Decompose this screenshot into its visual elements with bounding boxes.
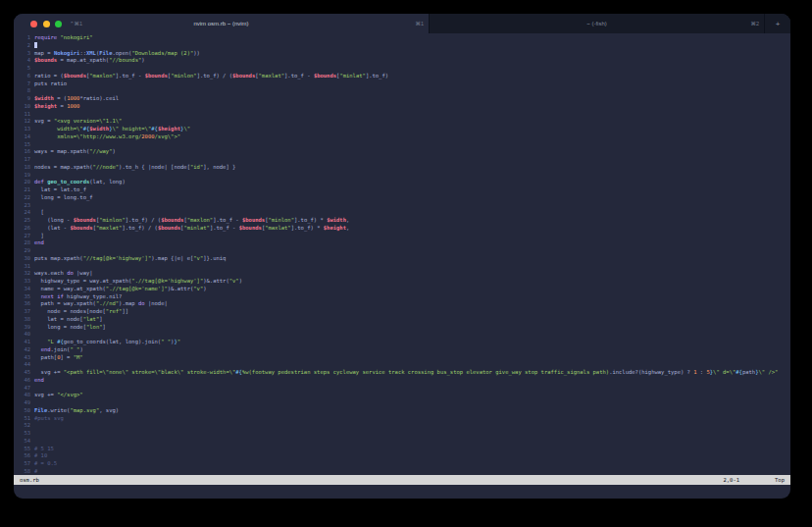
code-line[interactable]: 9$width = (1000*ratio).ceil [14,95,790,103]
code-line[interactable]: 28end [14,239,790,247]
code-line[interactable]: 22 long = long.to_f [14,194,790,202]
code-line[interactable]: 15 [14,141,790,149]
code-line[interactable]: 50File.write("map.svg", svg) [14,407,790,415]
code-token: ].to_f) / ( [126,217,161,223]
code-line[interactable]: 24 [ [14,209,790,217]
line-number: 4 [18,57,30,65]
code-token: do [138,300,145,306]
code-line[interactable]: 38 lat = node["lat"] [14,316,790,324]
code-line[interactable]: 48svg += "</svg>" [14,392,790,399]
code-token: svg += [34,369,64,375]
code-token: ] [103,324,106,330]
code-line[interactable]: 26 (lat - $bounds["maxlat"].to_f) / ($bo… [14,225,790,233]
code-token: $height [158,126,180,132]
code-line[interactable]: 20def geo_to_coords(lat, long) [14,179,790,186]
code-line[interactable]: 23 [14,202,790,210]
code-line[interactable]: 33 highway_type = way.at_xpath(".//tag[@… [14,278,790,286]
code-token: = ( [54,95,67,101]
statusline-ruler: 2,0-1 [724,477,740,483]
code-line[interactable]: 31 [14,263,790,271]
code-line[interactable]: 17 [14,156,790,164]
code-line[interactable]: 16ways = map.xpath("//way") [14,148,790,156]
code-line[interactable]: 25 (long - $bounds["minlon"].to_f) / ($b… [14,217,790,225]
tab-nvim[interactable]: ⌃⌘1 nvim osm.rb ~ (nvim) ⌘1 [14,14,429,33]
code-line[interactable]: 10$height = 1000 [14,103,790,111]
code-token: $bounds [314,73,336,79]
code-line[interactable]: 32ways.each do |way| [14,270,790,278]
code-line[interactable]: 52 [14,422,790,430]
code-token: path = way.xpath( [34,300,96,306]
code-line[interactable]: 35 next if highway_type.nil? [14,293,790,301]
code-token: "minlat" [339,73,366,79]
code-line[interactable]: 45 svg += "<path fill=\"none\" stroke=\"… [14,369,790,377]
code-token: ".//nd" [96,300,119,306]
code-token: $height [324,225,346,231]
code-line[interactable]: 12svg = "<svg version=\"1.1\" [14,118,790,126]
code-line[interactable]: 34 name = way.at_xpath(".//tag[@k='name'… [14,286,790,293]
line-number: 29 [18,247,30,255]
code-line[interactable]: 2 [14,42,790,50]
code-token: "v" [229,278,239,284]
line-number: 33 [18,278,30,286]
code-line[interactable]: 53 [14,430,790,438]
code-line[interactable]: 49 [14,399,790,407]
code-line[interactable]: 51#puts svg [14,415,790,423]
code-token: )) [193,50,200,56]
code-line[interactable]: 27 ] [14,233,790,240]
close-button[interactable] [30,21,37,27]
code-token: = map.at_xpath( [57,57,109,63]
code-line[interactable]: 6ratio = ($bounds["maxlon"].to_f - $boun… [14,73,790,80]
code-line[interactable]: 4$bounds = map.at_xpath("//bounds") [14,57,790,65]
code-line[interactable]: 43 path[0] = "M" [14,354,790,362]
code-token: .join( [51,346,71,352]
code-token: ] [34,233,44,238]
new-tab-button[interactable]: + [765,14,790,33]
code-line[interactable]: 57# = 0.5 [14,460,790,468]
code-token: /svg\">" [155,133,181,139]
code-line[interactable]: 5 [14,65,790,73]
code-line[interactable]: 21 lat = lat.to_f [14,186,790,194]
code-token: (lat - [34,225,70,231]
code-line[interactable]: 42 end.join(" ") [14,346,790,354]
code-line[interactable]: 36 path = way.xpath(".//nd").map do |nod… [14,300,790,308]
code-token: [ [34,209,44,215]
line-number: 3 [18,50,30,58]
code-token: #{ [736,369,742,375]
minimize-button[interactable] [43,21,50,27]
code-line[interactable]: 8 [14,87,790,95]
line-number: 57 [18,460,30,468]
code-line[interactable]: 54 [14,438,790,446]
code-line[interactable]: 55# 5 15 [14,446,790,453]
line-number: 17 [18,156,30,164]
code-line[interactable]: 40 [14,331,790,339]
code-token: ].to_f) * [291,225,324,231]
code-line[interactable]: 14 xmlns=\"http://www.w3.org/2000/svg\">… [14,133,790,141]
code-line[interactable]: 29 [14,247,790,255]
code-line[interactable]: 19 [14,172,790,180]
code-token: "v" [193,286,203,291]
code-line[interactable]: 1require "nokogiri" [14,34,790,42]
code-line[interactable]: 18nodes = map.xpath("//node").to_h { |no… [14,164,790,172]
tab-bar: ⌃⌘1 nvim osm.rb ~ (nvim) ⌘1 ~ (-fish) ⌘2… [14,14,790,33]
code-token: $bounds [161,217,183,223]
code-token: 1000 [67,95,79,101]
code-line[interactable]: 44 [14,361,790,369]
tab-fish[interactable]: ~ (-fish) ⌘2 [429,14,765,33]
code-line[interactable]: 46end [14,377,790,385]
code-line[interactable]: 56# 10 [14,452,790,460]
code-line[interactable]: 30puts map.xpath("//tag[@k='highway']").… [14,255,790,263]
code-line[interactable]: 7puts ratio [14,80,790,88]
line-number: 32 [18,270,30,278]
code-line[interactable]: 11 [14,111,790,119]
code-token: lat = lat.to_f [34,186,86,192]
code-token: "Downloads/map (2)" [131,50,193,56]
code-line[interactable]: 3map = Nokogiri::XML(File.open("Download… [14,50,790,58]
line-number: 20 [18,179,30,186]
code-line[interactable]: 37 node = nodes[node["ref"]] [14,308,790,316]
zoom-button[interactable] [55,21,62,27]
code-line[interactable]: 41 "L #{geo_to_coords(lat, long).join(" … [14,339,790,346]
code-line[interactable]: 13 width=\"#{$width}\" height=\"#{$heigh… [14,126,790,133]
code-token: geo_to_coords(lat, long).join( [64,339,161,344]
code-line[interactable]: 47 [14,385,790,393]
code-line[interactable]: 39 long = node["lon"] [14,324,790,332]
